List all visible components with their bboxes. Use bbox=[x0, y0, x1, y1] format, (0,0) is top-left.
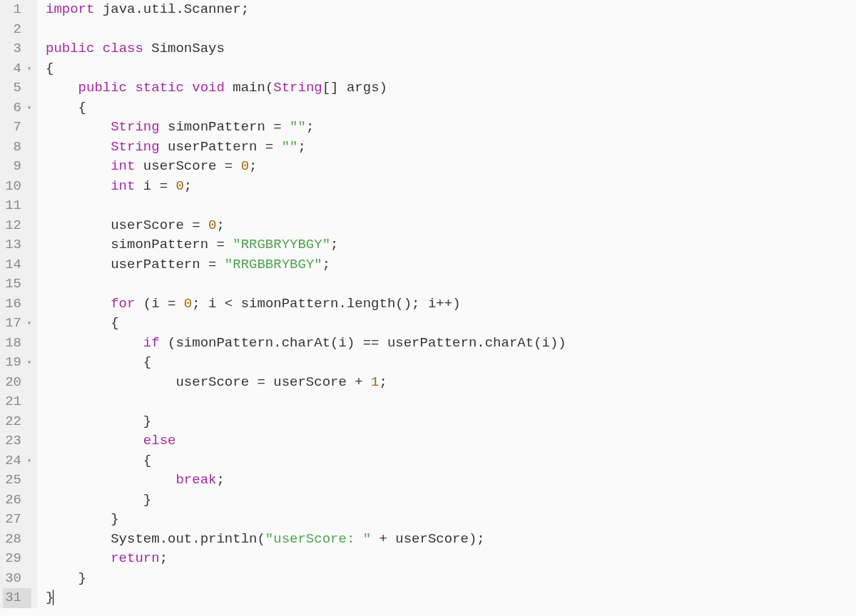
gutter: 1 2 3 4▾ 5 6▾ 7 8 9 10 11 12 13 14 15 16… bbox=[0, 0, 37, 608]
code-line: import java.util.Scanner; bbox=[46, 0, 856, 20]
line-number: 18 bbox=[3, 334, 31, 354]
line-number: 8 bbox=[3, 138, 31, 158]
code-line bbox=[46, 392, 856, 412]
line-number: 16 bbox=[3, 294, 31, 314]
code-line bbox=[46, 196, 856, 216]
line-number: 28 bbox=[3, 530, 31, 550]
code-line: { bbox=[46, 353, 856, 373]
code-line: public class SimonSays bbox=[46, 39, 856, 59]
line-number: 10 bbox=[3, 177, 31, 197]
line-number: 5 bbox=[3, 78, 31, 98]
line-number: 17▾ bbox=[3, 314, 31, 334]
code-line: userPattern = "RRGBBRYBGY"; bbox=[46, 255, 856, 275]
line-number: 29 bbox=[3, 549, 31, 569]
code-area[interactable]: import java.util.Scanner; public class S… bbox=[37, 0, 856, 608]
code-line: int i = 0; bbox=[46, 177, 856, 197]
line-number: 31 bbox=[3, 588, 31, 608]
code-line: { bbox=[46, 98, 856, 118]
line-number: 2 bbox=[3, 20, 31, 40]
code-line: return; bbox=[46, 549, 856, 569]
line-number: 15 bbox=[3, 274, 31, 294]
code-line: } bbox=[46, 412, 856, 432]
line-number: 25 bbox=[3, 471, 31, 491]
code-line: int userScore = 0; bbox=[46, 157, 856, 177]
code-line: userScore = 0; bbox=[46, 216, 856, 236]
line-number: 4▾ bbox=[3, 59, 31, 79]
code-line: } bbox=[46, 510, 856, 530]
line-number: 22 bbox=[3, 412, 31, 432]
text-cursor bbox=[53, 590, 54, 605]
line-number: 9 bbox=[3, 157, 31, 177]
line-number: 27 bbox=[3, 510, 31, 530]
code-line: } bbox=[46, 569, 856, 589]
fold-icon[interactable]: ▾ bbox=[24, 451, 31, 471]
line-number: 26 bbox=[3, 491, 31, 510]
code-line: userScore = userScore + 1; bbox=[46, 373, 856, 393]
line-number: 20 bbox=[3, 373, 31, 393]
code-line: else bbox=[46, 431, 856, 451]
line-number: 11 bbox=[3, 196, 31, 216]
code-line: String simonPattern = ""; bbox=[46, 118, 856, 138]
line-number: 13 bbox=[3, 235, 31, 255]
code-line bbox=[46, 274, 856, 294]
code-line: simonPattern = "RRGBRYYBGY"; bbox=[46, 235, 856, 255]
fold-icon[interactable]: ▾ bbox=[24, 314, 31, 334]
line-number: 6▾ bbox=[3, 98, 31, 118]
line-number: 14 bbox=[3, 255, 31, 275]
line-number: 3 bbox=[3, 39, 31, 59]
code-line: for (i = 0; i < simonPattern.length(); i… bbox=[46, 294, 856, 314]
code-line: { bbox=[46, 59, 856, 79]
code-line bbox=[46, 20, 856, 40]
fold-icon[interactable]: ▾ bbox=[24, 59, 31, 79]
code-line: } bbox=[46, 491, 856, 510]
code-editor[interactable]: 1 2 3 4▾ 5 6▾ 7 8 9 10 11 12 13 14 15 16… bbox=[0, 0, 856, 608]
code-line: { bbox=[46, 451, 856, 471]
line-number: 24▾ bbox=[3, 451, 31, 471]
code-line: { bbox=[46, 314, 856, 334]
fold-icon[interactable]: ▾ bbox=[24, 353, 31, 373]
code-line: String userPattern = ""; bbox=[46, 138, 856, 158]
line-number: 1 bbox=[3, 0, 31, 20]
code-line: } bbox=[46, 588, 856, 608]
line-number: 30 bbox=[3, 569, 31, 589]
code-line: break; bbox=[46, 471, 856, 491]
code-line: System.out.println("userScore: " + userS… bbox=[46, 530, 856, 550]
code-line: if (simonPattern.charAt(i) == userPatter… bbox=[46, 334, 856, 354]
line-number: 23 bbox=[3, 431, 31, 451]
fold-icon[interactable]: ▾ bbox=[24, 98, 31, 118]
line-number: 7 bbox=[3, 118, 31, 138]
line-number: 19▾ bbox=[3, 353, 31, 373]
code-line: public static void main(String[] args) bbox=[46, 78, 856, 98]
line-number: 21 bbox=[3, 392, 31, 412]
line-number: 12 bbox=[3, 216, 31, 236]
